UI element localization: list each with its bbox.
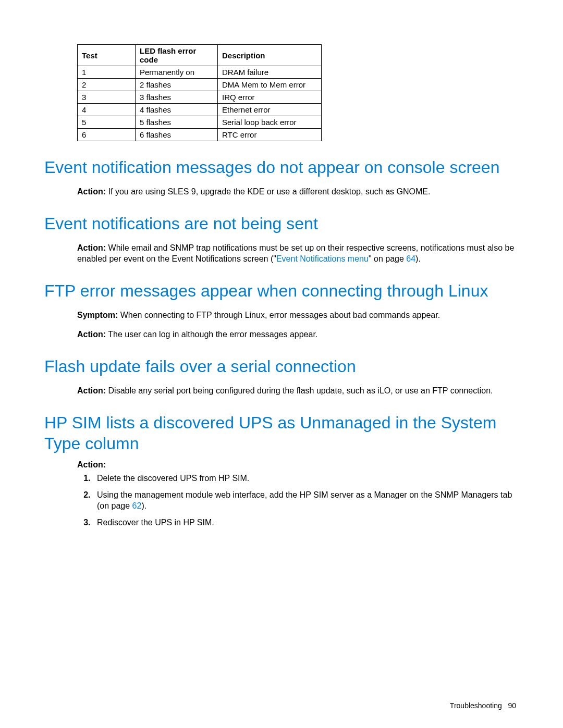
- col-header-test: Test: [78, 45, 136, 66]
- link-page-62[interactable]: 62: [132, 501, 142, 510]
- heading-event-console: Event notification messages do not appea…: [44, 157, 519, 178]
- body-event-notifications: Action: While email and SNMP trap notifi…: [77, 242, 519, 265]
- heading-flash-update: Flash update fails over a serial connect…: [44, 356, 519, 377]
- action-label: Action:: [77, 243, 106, 252]
- table-row: 22 flashesDMA Mem to Mem error: [78, 79, 322, 91]
- heading-ftp-linux: FTP error messages appear when connectin…: [44, 280, 519, 301]
- body-ftp-symptom: Symptom: When connecting to FTP through …: [77, 310, 519, 321]
- table-row: 44 flashesEthernet error: [78, 104, 322, 116]
- table-header-row: Test LED flash error code Description: [78, 45, 322, 66]
- heading-hp-sim: HP SIM lists a discovered UPS as Unmanag…: [44, 412, 519, 454]
- table-row: 66 flashesRTC error: [78, 129, 322, 141]
- table-row: 33 flashesIRQ error: [78, 91, 322, 104]
- action-steps-list: Delete the discovered UPS from HP SIM. U…: [77, 473, 519, 528]
- link-page-64[interactable]: 64: [406, 254, 415, 263]
- link-event-notifications-menu[interactable]: Event Notifications menu: [276, 254, 369, 263]
- action-label: Action:: [77, 187, 106, 196]
- footer-page-number: 90: [508, 701, 516, 710]
- error-code-table: Test LED flash error code Description 1P…: [77, 44, 322, 141]
- list-item: Using the management module web interfac…: [93, 489, 519, 512]
- body-flash-update: Action: Disable any serial port being co…: [77, 385, 519, 397]
- action-label: Action:: [77, 386, 106, 395]
- body-ftp-action: Action: The user can log in although the…: [77, 329, 519, 340]
- symptom-label: Symptom:: [77, 311, 118, 319]
- action-label: Action:: [77, 330, 106, 339]
- col-header-code: LED flash error code: [136, 45, 218, 66]
- footer-section: Troubleshooting: [450, 701, 502, 710]
- body-hp-sim: Action: Delete the discovered UPS from H…: [77, 459, 519, 528]
- page-footer: Troubleshooting 90: [450, 701, 516, 710]
- list-item: Delete the discovered UPS from HP SIM.: [93, 473, 519, 484]
- body-event-console: Action: If you are using SLES 9, upgrade…: [77, 186, 519, 198]
- action-label: Action:: [77, 459, 519, 471]
- list-item: Rediscover the UPS in HP SIM.: [93, 517, 519, 528]
- table-row: 1Permanently onDRAM failure: [78, 66, 322, 79]
- heading-event-notifications: Event notifications are not being sent: [44, 213, 519, 234]
- col-header-desc: Description: [218, 45, 322, 66]
- table-row: 55 flashesSerial loop back error: [78, 116, 322, 129]
